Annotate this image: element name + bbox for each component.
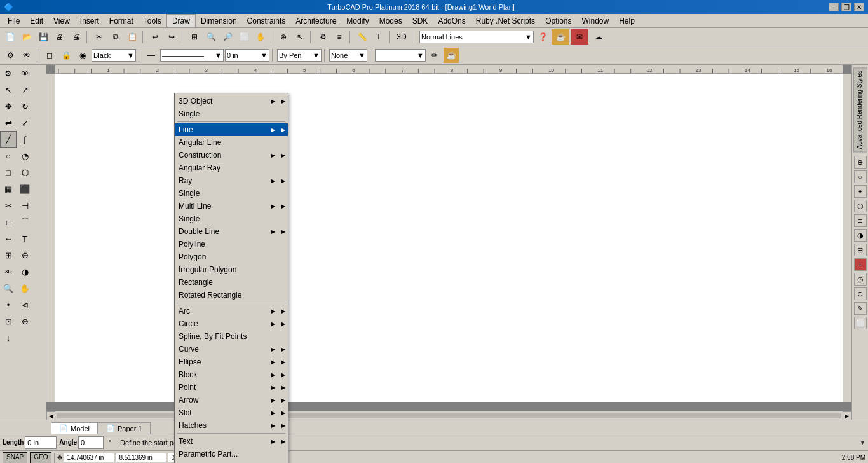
view-tool[interactable]: 👁 [17,65,33,81]
none-dropdown[interactable]: None ▼ [329,49,367,62]
dm-irregular-polygon[interactable]: Irregular Polygon [175,263,288,276]
menu-dimension[interactable]: Dimension [196,14,242,27]
dm-curve[interactable]: Curve ▶ [175,343,288,356]
dm-angular-ray[interactable]: Angular Ray [175,162,288,174]
snap2-tool[interactable]: ⊕ [17,313,33,329]
menu-view[interactable]: View [48,14,75,27]
restore-button[interactable]: ❐ [841,3,851,11]
title-bar-controls[interactable]: — ❐ ✕ [829,3,864,11]
dm-hatches[interactable]: Hatches ▶ [175,419,288,432]
geo-button[interactable]: GEO [30,452,51,464]
zoom-window-button[interactable]: ⬜ [236,29,252,45]
dm-block[interactable]: Block ▶ [175,368,288,381]
undo-button[interactable]: ↩ [147,29,163,45]
menu-modify[interactable]: Modify [341,14,374,27]
dim-tool[interactable]: ↔ [0,230,17,247]
draw-circle-tool[interactable]: ○ [0,148,17,164]
dm-double-line[interactable]: Double Line ▶ [175,225,288,238]
rp-btn-6[interactable]: ◑ [854,229,867,242]
menu-file[interactable]: File [3,14,25,27]
point-tool[interactable]: • [0,296,17,313]
cloud-button[interactable]: ☁ [590,29,607,45]
move-tool[interactable]: ✥ [0,98,17,114]
vscrollbar[interactable] [843,74,851,402]
draw-line-tool[interactable]: ╱ [0,131,17,148]
dm-point[interactable]: Point ▶ [175,381,288,394]
dm-single[interactable]: Single [175,187,288,200]
text-tool[interactable]: T [17,230,33,247]
coffee2-button[interactable]: ☕ [444,48,459,63]
angle-input[interactable] [78,436,104,449]
email-button[interactable]: ✉ [571,29,588,45]
menu-ruby[interactable]: Ruby .Net Scripts [471,14,540,27]
3d-button[interactable]: 3D [394,29,409,45]
search-button[interactable]: ❓ [535,29,550,45]
view2-button[interactable]: 👁 [19,48,34,63]
render-tool[interactable]: ◑ [17,263,33,280]
open-button[interactable]: 📂 [19,29,34,45]
dm-construction[interactable]: Construction ▶ [175,149,288,162]
ref-tool[interactable]: ⊲ [17,296,33,313]
normal-lines-dropdown[interactable]: Normal Lines ▼ [419,31,534,43]
fill-tool[interactable]: ⬛ [17,181,33,197]
rp-btn-7[interactable]: ⊞ [854,244,867,256]
save-button[interactable]: 💾 [36,29,51,45]
zoom-tool[interactable]: 🔍 [0,280,17,296]
menu-window[interactable]: Window [576,14,614,27]
dm-rectangle[interactable]: Rectangle [175,276,288,289]
rp-btn-11[interactable]: ✎ [854,302,867,315]
menu-options[interactable]: Options [540,14,576,27]
rp-btn-5[interactable]: ≡ [854,214,867,227]
dm-spline[interactable]: Spline, By Fit Points [175,330,288,343]
print-preview-button[interactable]: 🖨 [69,29,84,45]
rotate-tool[interactable]: ↻ [17,98,33,114]
menu-sdk[interactable]: SDK [407,14,433,27]
hatch-tool[interactable]: ▦ [0,181,17,197]
mirror-tool[interactable]: ⇌ [0,114,17,131]
redo-button[interactable]: ↪ [164,29,179,45]
menu-addons[interactable]: AddOns [433,14,470,27]
dm-line[interactable]: Line ▶ [175,123,288,136]
scale-tool[interactable]: ⤢ [17,114,33,131]
dm-ellipse[interactable]: Ellipse ▶ [175,356,288,368]
hscroll-left-button[interactable]: ◂ [46,411,55,420]
properties-button[interactable]: ⚙ [315,29,330,45]
dm-arrow[interactable]: Arrow ▶ [175,394,288,406]
cut-button[interactable]: ✂ [92,29,107,45]
snap-button[interactable]: ⊕ [276,29,291,45]
rendering-styles-tab[interactable]: Advanced Rendering Styles [853,67,867,152]
lock-icon[interactable]: 🔒 [58,48,74,63]
zoom-out-button[interactable]: 🔎 [220,29,235,45]
select-tool[interactable]: ↖ [0,81,17,98]
draw-curve-tool[interactable]: ∫ [17,131,33,148]
draw-rect-tool[interactable]: □ [0,164,17,181]
menu-draw[interactable]: Draw [166,14,196,27]
rp-btn-9[interactable]: ◷ [854,273,867,286]
settings-tool[interactable]: ⚙ [0,65,17,81]
dm-angular-line[interactable]: Angular Line [175,136,288,149]
menu-insert[interactable]: Insert [75,14,104,27]
paste-button[interactable]: 📋 [125,29,140,45]
show-icon[interactable]: ◉ [75,48,90,63]
dm-ray[interactable]: Ray ▶ [175,174,288,187]
snap-button[interactable]: SNAP [3,452,27,464]
length-input[interactable] [25,436,57,449]
dm-3d-object[interactable]: 3D Object ▶ [175,95,288,107]
menu-tools[interactable]: Tools [139,14,166,27]
rp-btn-4[interactable]: ⬡ [854,200,867,212]
pan-button[interactable]: ✋ [253,29,268,45]
offset-tool[interactable]: ⊏ [0,214,17,230]
dm-text[interactable]: Text ▶ [175,435,288,448]
copy-button[interactable]: ⧉ [108,29,123,45]
dm-slot[interactable]: Slot ▶ [175,406,288,419]
rp-btn-3[interactable]: ✦ [854,185,867,198]
select2-tool[interactable]: ↗ [17,81,33,98]
close-button[interactable]: ✕ [854,3,864,11]
paper1-tab[interactable]: 📄 Paper 1 [98,422,151,434]
down-tool[interactable]: ↓ [0,329,17,346]
dm-rotated-rectangle[interactable]: Rotated Rectangle [175,289,288,301]
zoom-in-button[interactable]: 🔍 [203,29,219,45]
style-dropdown[interactable]: ▼ [375,49,426,62]
rp-btn-8[interactable]: + [854,258,867,271]
draw-arc-tool[interactable]: ◔ [17,148,33,164]
